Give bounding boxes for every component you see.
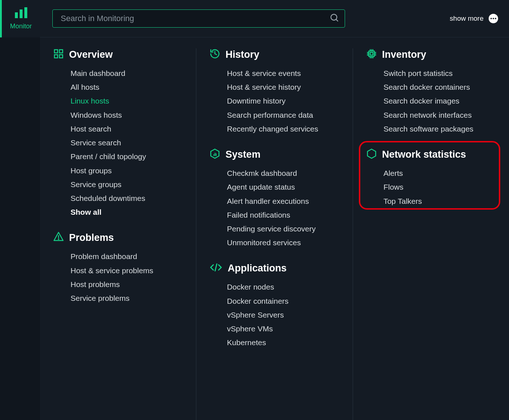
- svg-rect-15: [215, 153, 216, 156]
- menu-item[interactable]: Alert handler executions: [227, 194, 341, 208]
- section-item-list: Host & service eventsHost & service hist…: [209, 66, 341, 136]
- menu-item[interactable]: Docker nodes: [227, 280, 341, 294]
- sidebar-label: Monitor: [10, 23, 32, 30]
- menu-item[interactable]: Host problems: [71, 278, 185, 291]
- menu-item[interactable]: Top Talkers: [384, 194, 498, 208]
- menu-item[interactable]: Docker containers: [227, 294, 341, 308]
- menu-item[interactable]: Pending service discovery: [227, 222, 341, 236]
- menu-item[interactable]: Host & service events: [227, 66, 341, 80]
- svg-rect-8: [60, 55, 63, 58]
- menu-item[interactable]: Unmonitored services: [227, 236, 341, 250]
- section-header[interactable]: Network statistics: [366, 148, 498, 161]
- section-title: Problems: [69, 232, 114, 243]
- more-icon[interactable]: [489, 14, 498, 23]
- menu-item[interactable]: Checkmk dashboard: [227, 166, 341, 180]
- menu-item[interactable]: Host groups: [71, 164, 185, 178]
- section-title: Overview: [69, 49, 113, 60]
- menu-item[interactable]: Agent update status: [227, 180, 341, 194]
- menu-item[interactable]: Service search: [71, 136, 185, 150]
- svg-rect-1: [20, 9, 23, 18]
- section-title: Inventory: [382, 49, 426, 60]
- menu-item[interactable]: All hosts: [71, 80, 185, 94]
- show-more-label[interactable]: show more: [450, 15, 484, 23]
- menu-item[interactable]: Linux hosts: [71, 94, 185, 108]
- inventory-icon: [366, 48, 377, 61]
- svg-point-10: [58, 239, 59, 240]
- menu-item[interactable]: Downtime history: [227, 94, 341, 108]
- section-header[interactable]: Problems: [53, 231, 185, 244]
- menu-section: HistoryHost & service eventsHost & servi…: [209, 48, 341, 136]
- menu-item[interactable]: Recently changed services: [227, 122, 341, 136]
- menu-item[interactable]: Main dashboard: [71, 66, 185, 80]
- svg-rect-0: [15, 12, 18, 18]
- svg-rect-7: [55, 55, 58, 58]
- menu-column: InventorySwitch port statisticsSearch do…: [353, 48, 509, 420]
- section-header[interactable]: History: [209, 48, 341, 61]
- section-header[interactable]: Overview: [53, 48, 185, 61]
- menu-item[interactable]: Host & service history: [227, 80, 341, 94]
- topbar: show more: [40, 0, 509, 37]
- menu-section: OverviewMain dashboardAll hostsLinux hos…: [53, 48, 185, 219]
- menu-item[interactable]: vSphere VMs: [227, 322, 341, 336]
- menu-item[interactable]: Problem dashboard: [71, 250, 185, 263]
- section-item-list: AlertsFlowsTop Talkers: [366, 166, 498, 208]
- menu-section: Network statisticsAlertsFlowsTop Talkers: [366, 148, 498, 208]
- section-item-list: Checkmk dashboardAgent update statusAler…: [209, 166, 341, 250]
- menu-item[interactable]: Parent / child topology: [71, 150, 185, 163]
- section-title: Network statistics: [382, 149, 466, 160]
- menu-item[interactable]: Search software packages: [384, 122, 498, 136]
- svg-line-17: [215, 264, 217, 271]
- section-header[interactable]: Applications: [209, 262, 341, 274]
- problems-icon: [53, 231, 64, 244]
- section-item-list: Main dashboardAll hostsLinux hostsWindow…: [53, 66, 185, 219]
- svg-rect-14: [214, 154, 215, 156]
- section-title: System: [225, 149, 260, 160]
- svg-rect-6: [60, 50, 63, 53]
- system-icon: [209, 148, 220, 161]
- menu-item[interactable]: Search docker images: [384, 94, 498, 108]
- menu-item[interactable]: Service groups: [71, 178, 185, 191]
- section-item-list: Switch port statisticsSearch docker cont…: [366, 66, 498, 136]
- applications-icon: [209, 262, 223, 274]
- menu-section: SystemCheckmk dashboardAgent update stat…: [209, 148, 341, 250]
- section-header[interactable]: Inventory: [366, 48, 498, 61]
- menu-item[interactable]: Windows hosts: [71, 108, 185, 122]
- menu-item[interactable]: Search performance data: [227, 108, 341, 122]
- svg-rect-2: [24, 7, 27, 18]
- svg-point-3: [331, 14, 337, 20]
- menu-item[interactable]: Alerts: [384, 166, 498, 180]
- menu-item[interactable]: Host & service problems: [71, 264, 185, 278]
- section-title: Applications: [228, 263, 286, 274]
- svg-rect-19: [370, 52, 373, 55]
- search-icon[interactable]: [330, 13, 339, 24]
- svg-marker-32: [367, 149, 376, 158]
- menu-column: OverviewMain dashboardAll hostsLinux hos…: [40, 48, 196, 420]
- menu-column: HistoryHost & service eventsHost & servi…: [196, 48, 353, 420]
- menu-item[interactable]: Kubernetes: [227, 336, 341, 350]
- history-icon: [209, 48, 220, 61]
- network-icon: [366, 148, 377, 161]
- monitor-bars-icon: [14, 7, 28, 20]
- svg-rect-16: [216, 153, 217, 156]
- menu-item[interactable]: Show all: [71, 205, 185, 219]
- menu-section: InventorySwitch port statisticsSearch do…: [366, 48, 498, 136]
- menu-item[interactable]: Host search: [71, 122, 185, 136]
- overview-icon: [53, 48, 64, 61]
- menu-item[interactable]: Flows: [384, 180, 498, 194]
- search-input[interactable]: [52, 9, 345, 28]
- svg-line-4: [336, 19, 338, 21]
- svg-rect-5: [55, 50, 58, 53]
- menu-item[interactable]: Search docker containers: [384, 80, 498, 94]
- section-header[interactable]: System: [209, 148, 341, 161]
- section-item-list: Problem dashboardHost & service problems…: [53, 250, 185, 305]
- menu-item[interactable]: Switch port statistics: [384, 66, 498, 80]
- menu-item[interactable]: Service problems: [71, 291, 185, 305]
- menu-item[interactable]: vSphere Servers: [227, 308, 341, 322]
- svg-rect-18: [369, 51, 374, 57]
- section-item-list: Docker nodesDocker containersvSphere Ser…: [209, 280, 341, 350]
- menu-item[interactable]: Failed notifications: [227, 208, 341, 222]
- sidebar-monitor[interactable]: Monitor: [2, 0, 40, 37]
- menu-item[interactable]: Search network interfaces: [384, 108, 498, 122]
- svg-line-12: [215, 54, 217, 55]
- menu-item[interactable]: Scheduled downtimes: [71, 191, 185, 205]
